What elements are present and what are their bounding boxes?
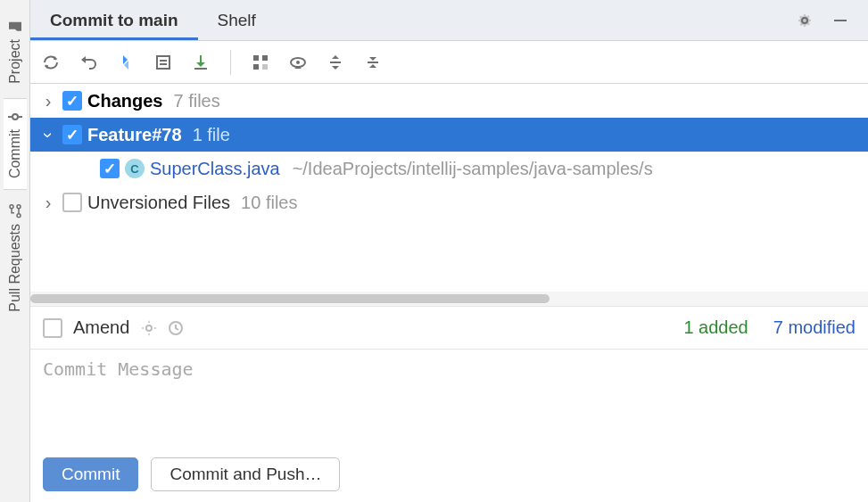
side-tab-label: Pull Requests [7,224,23,312]
side-tab-project[interactable]: Project [4,9,27,95]
checkbox-feature[interactable] [62,125,82,144]
tree-row-feature[interactable]: › Feature#78 1 file [30,118,868,152]
tree-label: Unversioned Files [87,193,230,213]
svg-rect-11 [253,55,259,61]
stat-modified: 7 modified [773,317,856,338]
minimize-icon[interactable] [829,9,852,32]
svg-rect-13 [253,64,259,70]
rollback-icon[interactable] [77,51,100,74]
buttons-bar: Commit Commit and Push… [30,447,868,502]
tabs-bar: Commit to main Shelf [30,0,868,41]
stat-added: 1 added [683,317,748,338]
tree-row-file[interactable]: C SuperClass.java ~/IdeaProjects/intelli… [30,152,868,185]
svg-rect-7 [157,56,169,69]
changes-tree: › Changes 7 files › Feature#78 1 file C … [30,84,868,219]
toolbar [30,41,868,84]
side-tab-label: Commit [7,129,23,178]
svg-point-19 [146,325,152,331]
tree-count: 7 files [173,91,219,111]
chevron-right-icon[interactable]: › [39,91,57,111]
folder-icon [8,20,22,34]
tree-count: 10 files [241,193,297,213]
svg-point-0 [12,114,18,119]
tree-row-changes[interactable]: › Changes 7 files [30,84,868,118]
horizontal-scrollbar[interactable] [30,292,868,306]
commit-message-input[interactable]: Commit Message [30,349,868,447]
tool-window-strip: Project Commit Pull Requests [0,0,30,502]
svg-rect-14 [262,64,268,70]
svg-point-4 [17,205,21,209]
gear-icon[interactable] [140,319,158,337]
svg-point-16 [296,61,300,64]
group-by-icon[interactable] [249,51,272,74]
file-name: SuperClass.java [150,159,280,179]
checkbox-changes[interactable] [62,91,82,111]
tree-count: 1 file [193,125,230,145]
commit-icon [8,110,22,124]
amend-label: Amend [73,317,129,338]
checkbox-amend[interactable] [43,318,62,338]
commit-message-placeholder: Commit Message [43,358,194,380]
commit-and-push-button[interactable]: Commit and Push… [151,457,340,491]
pull-request-icon [8,204,22,218]
history-icon[interactable] [167,319,185,337]
tree-label: Feature#78 [87,125,182,145]
shelve-icon[interactable] [189,51,212,74]
svg-rect-6 [834,20,847,21]
svg-rect-12 [262,55,268,61]
view-options-icon[interactable] [286,51,310,74]
chevron-right-icon[interactable]: › [39,193,57,213]
gear-icon[interactable] [793,9,816,32]
svg-point-3 [17,214,21,218]
side-tab-label: Project [7,39,23,84]
chevron-down-icon[interactable]: › [38,126,59,144]
commit-panel: Commit to main Shelf › Changes 7 files ›… [30,0,868,502]
collapse-all-icon[interactable] [361,51,384,74]
checkbox-file[interactable] [100,159,120,178]
expand-all-icon[interactable] [324,51,347,74]
scrollbar-thumb[interactable] [30,294,550,303]
svg-point-5 [10,205,13,209]
side-tab-pull-requests[interactable]: Pull Requests [4,193,27,323]
refresh-icon[interactable] [39,51,62,74]
tree-row-unversioned[interactable]: › Unversioned Files 10 files [30,185,868,219]
tab-shelf[interactable]: Shelf [198,0,276,40]
checkbox-unversioned[interactable] [62,193,82,212]
amend-bar: Amend 1 added 7 modified [30,306,868,349]
changelist-icon[interactable] [152,51,175,74]
diff-icon[interactable] [114,51,137,74]
commit-button[interactable]: Commit [43,457,138,491]
tree-label: Changes [87,91,162,111]
side-tab-commit[interactable]: Commit [4,98,27,190]
class-icon: C [125,159,145,178]
file-path: ~/IdeaProjects/intellij-samples/java-sam… [293,159,653,179]
tab-commit-to-main[interactable]: Commit to main [30,0,198,40]
